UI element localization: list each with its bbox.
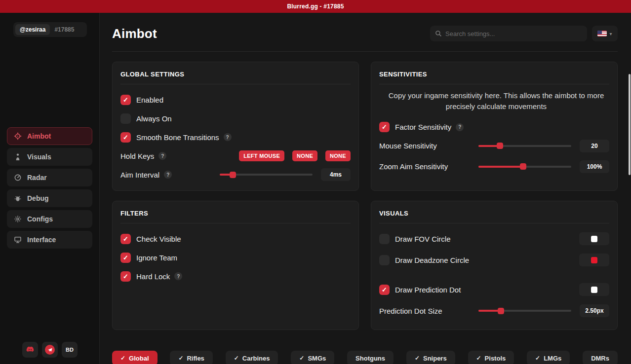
always-on-row: ✓ Always On [120, 111, 351, 125]
hold-key-3[interactable]: NONE [325, 150, 351, 161]
mouse-sensitivity-slider[interactable] [478, 145, 571, 147]
search-box[interactable] [430, 26, 587, 41]
zoom-sensitivity-label: Zoom Aim Sensitivity [379, 162, 448, 171]
person-icon [14, 153, 22, 161]
prediction-size-slider[interactable] [478, 310, 571, 312]
main-content: Aimbot ▾ [100, 13, 631, 364]
always-on-checkbox[interactable]: ✓ [120, 113, 131, 124]
weapon-tab-dmrs[interactable]: ✓ DMRs [583, 351, 618, 364]
enabled-checkbox[interactable]: ✓ [120, 95, 131, 105]
prediction-size-label: Prediction Dot Size [379, 307, 442, 315]
sidebar-item-label: Debug [27, 194, 49, 202]
sidebar-item-interface[interactable]: Interface [7, 231, 92, 249]
hard-lock-label: Hard Lock [136, 272, 170, 281]
hold-key-1[interactable]: LEFT MOUSE [239, 150, 284, 161]
hold-key-2[interactable]: NONE [292, 150, 317, 161]
zoom-sensitivity-value: 100% [580, 160, 609, 173]
weapon-tab-smgs[interactable]: ✓ SMGs [291, 351, 334, 364]
weapon-tab-pistols[interactable]: ✓ Pistols [468, 351, 514, 364]
zoom-sensitivity-slider[interactable] [478, 166, 571, 168]
crosshair-icon [14, 132, 22, 140]
bd-badge-button[interactable]: BD [62, 342, 78, 358]
telegram-icon [45, 345, 55, 355]
zoom-sensitivity-row: Zoom Aim Sensitivity 100% [379, 160, 609, 174]
language-dropdown[interactable]: ▾ [592, 26, 618, 41]
discord-button[interactable] [22, 342, 38, 358]
check-icon: ✓ [123, 255, 128, 261]
card-title: FILTERS [120, 210, 351, 217]
sidebar-item-aimbot[interactable]: Aimbot [7, 127, 92, 145]
visuals-card: VISUALS ✓ Draw FOV Circle [371, 201, 618, 330]
gear-icon [14, 215, 22, 223]
sidebar: @zesiraa #17885 Aimbot [0, 13, 100, 364]
ignore-team-row: ✓ Ignore Team [120, 251, 351, 264]
hard-lock-row: ✓ Hard Lock ? [120, 269, 351, 283]
weapon-tabs: ✓ Global ✓ Rifles ✓ Carbines ✓ SMGs ✓ [112, 351, 618, 364]
deadzone-color-swatch[interactable] [579, 254, 609, 266]
smooth-bone-checkbox[interactable]: ✓ [120, 132, 131, 143]
scrollbar-thumb[interactable] [629, 74, 631, 175]
help-icon[interactable]: ? [158, 152, 166, 160]
help-icon[interactable]: ? [456, 123, 464, 131]
color-preview [591, 236, 597, 242]
app-window: Blurred.gg - #17885 @zesiraa #17885 [0, 0, 631, 364]
weapon-tab-carbines[interactable]: ✓ Carbines [226, 351, 278, 364]
slider-thumb[interactable] [497, 143, 503, 149]
weapon-tab-lmgs[interactable]: ✓ LMGs [527, 351, 570, 364]
weapon-tab-label: SMGs [308, 355, 326, 362]
search-input[interactable] [445, 30, 582, 37]
sidebar-item-visuals[interactable]: Visuals [7, 148, 92, 166]
check-icon: ✓ [415, 355, 420, 362]
fov-circle-checkbox[interactable]: ✓ [379, 234, 390, 244]
prediction-dot-row: ✓ Draw Prediction Dot [379, 283, 609, 296]
help-icon[interactable]: ? [174, 272, 182, 280]
weapon-tab-label: Global [129, 355, 149, 362]
sidebar-item-label: Aimbot [27, 132, 51, 140]
filters-card: FILTERS ✓ Check Visible ✓ [112, 201, 359, 330]
slider-thumb[interactable] [230, 172, 236, 178]
weapon-tab-global[interactable]: ✓ Global [112, 351, 158, 364]
deadzone-circle-label: Draw Deadzone Circle [395, 256, 469, 264]
sidebar-item-configs[interactable]: Configs [7, 210, 92, 228]
telegram-button[interactable] [42, 342, 58, 358]
prediction-dot-checkbox[interactable]: ✓ [379, 285, 390, 295]
hold-keys-label: Hold Keys [120, 152, 154, 160]
ignore-team-label: Ignore Team [136, 254, 177, 262]
fov-color-swatch[interactable] [579, 232, 609, 245]
page-header: Aimbot ▾ [112, 26, 618, 41]
smooth-bone-label: Smooth Bone Transitions [136, 133, 219, 142]
card-title: VISUALS [379, 210, 609, 217]
fov-circle-row: ✓ Draw FOV Circle [379, 232, 609, 246]
check-icon: ✓ [123, 97, 128, 103]
sidebar-item-radar[interactable]: Radar [7, 169, 92, 186]
bug-icon [14, 194, 22, 202]
chevron-down-icon: ▾ [609, 31, 612, 36]
aim-interval-slider[interactable] [220, 174, 313, 176]
username: @zesiraa [15, 24, 50, 35]
check-visible-checkbox[interactable]: ✓ [120, 234, 131, 244]
aim-interval-row: Aim Interval ? 4ms [120, 168, 351, 182]
factor-sensitivity-checkbox[interactable]: ✓ [379, 122, 390, 132]
always-on-label: Always On [136, 114, 172, 123]
search-icon [435, 30, 442, 37]
weapon-tab-shotguns[interactable]: ✓ Shotguns [347, 351, 394, 364]
slider-thumb[interactable] [498, 308, 504, 314]
page-title: Aimbot [112, 26, 157, 41]
weapon-tab-rifles[interactable]: ✓ Rifles [170, 351, 212, 364]
sidebar-item-debug[interactable]: Debug [7, 189, 92, 207]
user-badge[interactable]: @zesiraa #17885 [13, 22, 87, 37]
hard-lock-checkbox[interactable]: ✓ [120, 271, 131, 282]
ignore-team-checkbox[interactable]: ✓ [120, 253, 131, 263]
factor-sensitivity-row: ✓ Factor Sensitivity ? [379, 120, 609, 134]
header-divider [112, 51, 618, 52]
slider-thumb[interactable] [520, 163, 526, 170]
help-icon[interactable]: ? [164, 171, 172, 179]
sidebar-item-label: Radar [27, 174, 47, 182]
color-preview [591, 257, 597, 263]
us-flag-icon [597, 31, 607, 36]
weapon-tab-snipers[interactable]: ✓ Snipers [406, 351, 455, 364]
prediction-color-swatch[interactable] [579, 283, 609, 296]
help-icon[interactable]: ? [224, 133, 232, 141]
deadzone-circle-checkbox[interactable]: ✓ [379, 255, 390, 265]
monitor-icon [14, 236, 22, 244]
